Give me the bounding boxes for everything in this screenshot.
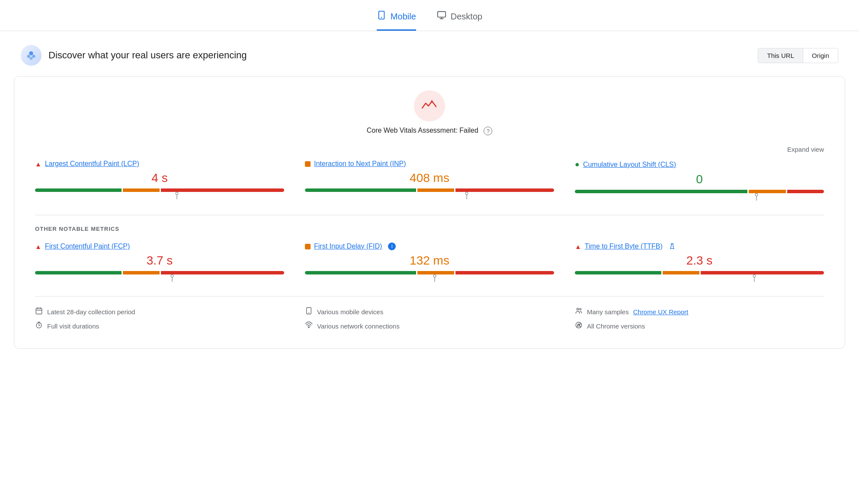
metric-value-cls: 0 [575,172,824,186]
marker-wrapper-inp [305,193,554,200]
status-icon-orange [305,244,311,249]
metric-cls: ● Cumulative Layout Shift (CLS) 0 [575,160,824,201]
desktop-icon [437,10,446,22]
seg-red-lcp [161,188,284,192]
footer-item-samples: Many samples Chrome UX Report [575,307,824,317]
seg-green-ttfb [575,271,661,274]
metric-fid: First Input Delay (FID)i 132 ms [305,242,554,282]
progress-bar-ttfb [575,271,824,274]
chrome-icon [575,321,583,331]
timer-icon [35,321,43,331]
metric-inp: Interaction to Next Paint (INP) 408 ms [305,160,554,201]
status-icon-green: ● [575,160,580,169]
core-metrics-grid: ▲ Largest Contentful Paint (LCP) 4 s Int… [35,160,824,201]
experimental-icon[interactable] [669,243,676,250]
footer-col1: Latest 28-day collection period Full vis… [35,307,284,331]
cwv-header: Core Web Vitals Assessment: Failed ? [35,90,824,135]
metric-name-ttfb[interactable]: Time to First Byte (TTFB) [585,242,663,250]
footer-devices-text: Various mobile devices [317,308,383,316]
marker-cls [755,194,758,201]
seg-orange-cls [749,190,786,193]
info-icon[interactable]: i [388,242,396,250]
marker-circle-lcp [176,192,179,195]
header-section: Discover what your real users are experi… [0,45,859,66]
seg-green-inp [305,188,416,192]
cwv-icon [421,98,438,115]
footer-col3: Many samples Chrome UX Report All Chrome… [575,307,824,331]
marker-wrapper-ttfb [575,275,824,282]
tab-mobile-label: Mobile [391,12,416,22]
progress-bar-cls [575,190,824,193]
marker-circle-cls [755,193,758,196]
marker-wrapper-fid [305,275,554,282]
footer-item-network: Various network connections [305,321,554,331]
expand-view-button[interactable]: Expand view [35,146,824,153]
other-metrics-label: OTHER NOTABLE METRICS [35,226,824,232]
other-metrics-grid: ▲ First Contentful Paint (FCP) 3.7 s Fir… [35,242,824,282]
cwv-status: Failed [459,127,478,134]
metric-value-fid: 132 ms [305,254,554,268]
svg-rect-11 [36,308,42,314]
svg-point-6 [27,55,30,58]
users-icon [575,307,583,317]
metric-ttfb: ▲ Time to First Byte (TTFB) 2.3 s [575,242,824,282]
cwv-title: Core Web Vitals Assessment: Failed ? [367,127,493,135]
footer-collection-text: Latest 28-day collection period [47,308,135,316]
seg-green-lcp [35,188,122,192]
seg-green-cls [575,190,747,193]
mobile-icon [377,10,386,22]
tab-mobile[interactable]: Mobile [377,10,416,31]
marker-wrapper-fcp [35,275,284,282]
footer-network-text: Various network connections [317,322,400,330]
metric-name-fcp[interactable]: First Contentful Paint (FCP) [45,242,130,250]
status-icon-red: ▲ [35,243,42,250]
footer-chrome-text: All Chrome versions [587,322,645,330]
url-toggle: This URL Origin [758,48,838,63]
metric-value-lcp: 4 s [35,171,284,185]
metric-fcp: ▲ First Contentful Paint (FCP) 3.7 s [35,242,284,282]
status-icon-red: ▲ [35,160,42,168]
cwv-icon-wrapper [414,90,445,121]
marker-line-cls [756,196,757,201]
seg-green-fid [305,271,416,274]
metric-header-inp: Interaction to Next Paint (INP) [305,160,554,168]
chrome-ux-report-link[interactable]: Chrome UX Report [633,308,689,316]
metric-name-inp[interactable]: Interaction to Next Paint (INP) [314,160,406,168]
seg-red-cls [787,190,824,193]
header-title: Discover what your real users are experi… [48,50,247,61]
network-icon [305,321,313,331]
this-url-button[interactable]: This URL [758,48,803,63]
seg-green-fcp [35,271,122,274]
tab-desktop-label: Desktop [451,12,482,22]
marker-circle-fid [433,274,436,278]
metric-name-fid[interactable]: First Input Delay (FID) [314,242,382,250]
footer-duration-text: Full visit durations [47,322,99,330]
seg-orange-ttfb [663,271,700,274]
marker-ttfb [753,275,756,282]
marker-lcp [176,193,179,199]
metric-header-ttfb: ▲ Time to First Byte (TTFB) [575,242,824,250]
footer-item-duration: Full visit durations [35,321,284,331]
origin-button[interactable]: Origin [803,48,838,63]
section-divider [35,215,824,215]
devices-icon [305,307,313,317]
seg-red-ttfb [701,271,824,274]
metric-name-cls[interactable]: Cumulative Layout Shift (CLS) [583,161,676,169]
metric-header-fcp: ▲ First Contentful Paint (FCP) [35,242,284,250]
svg-point-21 [580,308,581,310]
seg-orange-fid [417,271,455,274]
metric-name-lcp[interactable]: Largest Contentful Paint (LCP) [45,160,139,168]
marker-circle-fcp [170,274,173,278]
metric-lcp: ▲ Largest Contentful Paint (LCP) 4 s [35,160,284,201]
footer-item-devices: Various mobile devices [305,307,554,317]
tab-desktop[interactable]: Desktop [437,10,482,31]
marker-wrapper-lcp [35,193,284,200]
marker-fcp [170,275,173,282]
metric-header-fid: First Input Delay (FID)i [305,242,554,250]
help-icon[interactable]: ? [484,127,492,135]
svg-point-19 [308,327,309,328]
progress-bar-inp [305,188,554,192]
seg-orange-fcp [123,271,160,274]
marker-line-fcp [172,278,172,282]
progress-bar-fcp [35,271,284,274]
